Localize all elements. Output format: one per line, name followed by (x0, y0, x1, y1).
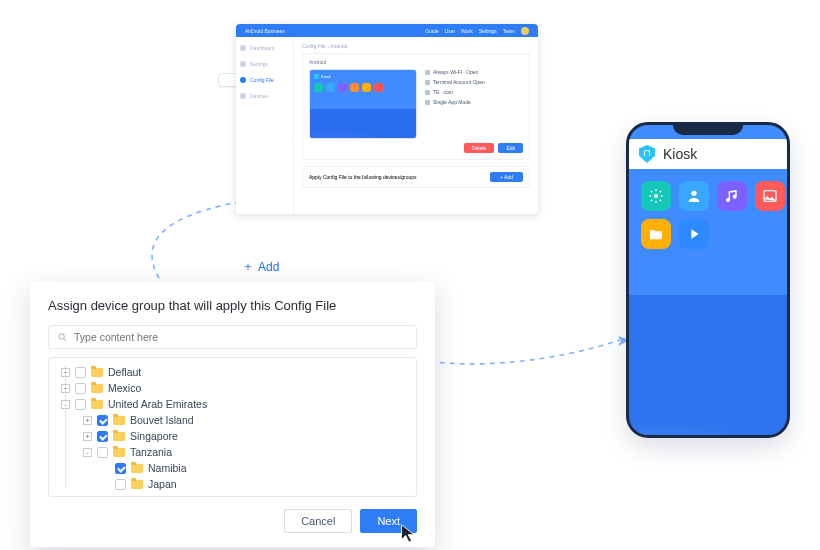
edit-button[interactable]: Edit (498, 143, 523, 153)
search-icon (57, 332, 68, 343)
expand-toggle-icon[interactable] (101, 464, 110, 473)
lock-icon (314, 74, 319, 79)
assign-group-modal: Assign device group that will apply this… (30, 282, 435, 547)
apply-bar: Apply Config File to the following devic… (302, 166, 530, 188)
add-button-small[interactable]: + Add (490, 172, 523, 182)
shield-icon (639, 145, 655, 163)
app-icon (374, 83, 383, 92)
tree-node[interactable]: -Tanzania (55, 444, 410, 460)
checkbox[interactable] (97, 447, 108, 458)
search-input[interactable] (74, 331, 408, 343)
gallery-app-icon[interactable] (755, 181, 785, 211)
panel-title: Android (309, 59, 523, 65)
expand-toggle-icon[interactable]: + (83, 416, 92, 425)
svg-line-1 (64, 338, 66, 340)
tree-label: Namibia (148, 462, 187, 474)
app-icon (350, 83, 359, 92)
files-app-icon[interactable] (641, 219, 671, 249)
kiosk-title: Kiosk (663, 146, 697, 162)
sidebar-item-settings[interactable]: Settings (236, 59, 293, 69)
app-icon (362, 83, 371, 92)
settings-app-icon[interactable] (641, 181, 671, 211)
config-specs: Always Wi-Fi · Open Terminal Account Ope… (425, 69, 523, 139)
folder-icon (131, 480, 143, 489)
config-panel: Android Kiosk Alwa (302, 53, 530, 160)
folder-icon (91, 384, 103, 393)
tag-icon (425, 90, 430, 95)
tree-label: United Arab Emirates (108, 398, 207, 410)
topnav-team[interactable]: Team (503, 28, 515, 34)
tree-node[interactable]: Namibia (55, 460, 410, 476)
folder-icon (113, 416, 125, 425)
tree-node[interactable]: +Deflaut (55, 364, 410, 380)
phone-notch (673, 123, 743, 135)
delete-button[interactable]: Delete (464, 143, 494, 153)
tree-label: Mexico (108, 382, 141, 394)
tree-node[interactable]: -United Arab Emirates (55, 396, 410, 412)
app-icon (326, 83, 335, 92)
plus-icon: ＋ (242, 258, 254, 275)
folder-icon (113, 448, 125, 457)
checkbox[interactable] (75, 383, 86, 394)
cancel-button[interactable]: Cancel (284, 509, 352, 533)
checkbox[interactable] (97, 431, 108, 442)
music-app-icon[interactable] (717, 181, 747, 211)
svg-point-0 (59, 333, 65, 339)
app-icon (338, 83, 347, 92)
tree-label: Bouvet Island (130, 414, 194, 426)
topnav-item[interactable]: Settings (479, 28, 497, 34)
folder-icon (113, 432, 125, 441)
checkbox[interactable] (115, 479, 126, 490)
preview-apps (314, 83, 412, 92)
group-tree: +Deflaut+Mexico-United Arab Emirates+Bou… (48, 357, 417, 497)
checkbox[interactable] (75, 399, 86, 410)
admin-topbar: AirDroid Business Guide User Work Settin… (236, 24, 538, 37)
topnav-item[interactable]: Work (461, 28, 473, 34)
topnav-item[interactable]: Guide (425, 28, 438, 34)
cursor-icon (399, 523, 419, 547)
contacts-app-icon[interactable] (679, 181, 709, 211)
search-box[interactable] (48, 325, 417, 349)
avatar-icon[interactable] (521, 27, 529, 35)
expand-toggle-icon[interactable]: - (83, 448, 92, 457)
tree-label: Deflaut (108, 366, 141, 378)
kiosk-preview: Kiosk (309, 69, 417, 139)
expand-toggle-icon[interactable] (101, 480, 110, 489)
folder-icon (131, 464, 143, 473)
tree-node[interactable]: Japan (55, 476, 410, 492)
checkbox[interactable] (115, 463, 126, 474)
tree-label: Japan (148, 478, 177, 490)
video-app-icon[interactable] (679, 219, 709, 249)
account-icon (425, 80, 430, 85)
sidebar-item-config-file[interactable]: Config File (236, 75, 293, 85)
sidebar-item-devices[interactable]: Devices (236, 91, 293, 101)
folder-icon (91, 400, 103, 409)
tree-node[interactable]: +Singapore (55, 428, 410, 444)
app-icon (314, 83, 323, 92)
admin-sidebar: Dashboard Settings Config File Devices (236, 37, 294, 214)
brand-label: AirDroid Business (245, 28, 285, 34)
sidebar-item-dashboard[interactable]: Dashboard (236, 43, 293, 53)
add-link[interactable]: ＋ Add (242, 258, 279, 275)
add-label: Add (258, 260, 279, 274)
tree-node[interactable]: +Mexico (55, 380, 410, 396)
phone-mockup: Kiosk (626, 122, 790, 438)
kiosk-header: Kiosk (629, 139, 787, 169)
folder-icon (91, 368, 103, 377)
breadcrumb: Config File › Android (302, 43, 530, 49)
admin-console-card: AirDroid Business Guide User Work Settin… (236, 24, 538, 214)
kiosk-app-grid (629, 169, 787, 261)
apply-label: Apply Config File to the following devic… (309, 174, 417, 180)
checkbox[interactable] (97, 415, 108, 426)
svg-point-2 (654, 194, 658, 198)
modal-title: Assign device group that will apply this… (48, 298, 417, 313)
checkbox[interactable] (75, 367, 86, 378)
topnav-item[interactable]: User (445, 28, 456, 34)
wifi-icon (425, 70, 430, 75)
mode-icon (425, 100, 430, 105)
tree-label: Singapore (130, 430, 178, 442)
tree-node[interactable]: +Bouvet Island (55, 412, 410, 428)
svg-point-3 (691, 191, 696, 196)
expand-toggle-icon[interactable]: + (83, 432, 92, 441)
tree-label: Tanzania (130, 446, 172, 458)
